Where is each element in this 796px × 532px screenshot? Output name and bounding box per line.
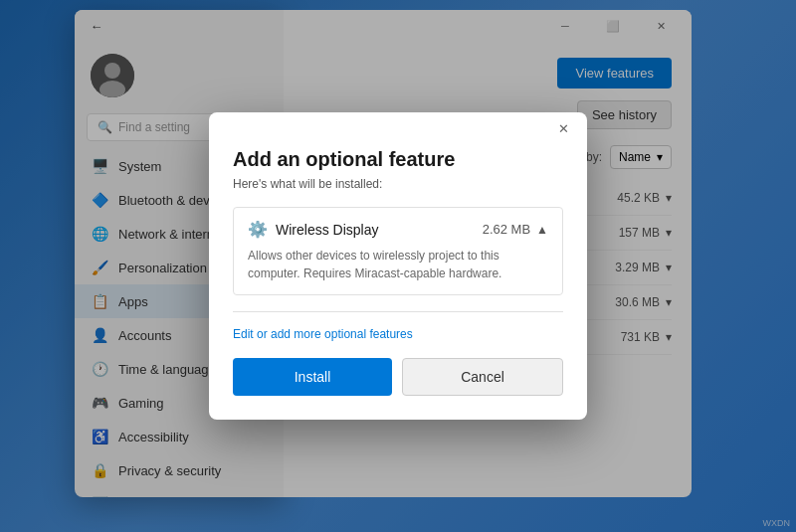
install-button[interactable]: Install (233, 358, 392, 396)
add-feature-modal: ✕ Add an optional feature Here's what wi… (209, 112, 587, 420)
feature-name: Wireless Display (276, 222, 378, 238)
modal-overlay: ✕ Add an optional feature Here's what wi… (0, 0, 796, 532)
modal-title: Add an optional feature (233, 148, 563, 171)
feature-size-wrap: 2.62 MB ▲ (483, 222, 548, 237)
feature-size: 2.62 MB (483, 222, 530, 237)
feature-name-wrap: ⚙️ Wireless Display (248, 220, 378, 239)
modal-body: Add an optional feature Here's what will… (209, 144, 587, 420)
feature-description: Allows other devices to wirelessly proje… (248, 247, 548, 282)
divider (233, 311, 563, 312)
modal-titlebar: ✕ (209, 112, 587, 144)
feature-item: ⚙️ Wireless Display 2.62 MB ▲ Allows oth… (233, 207, 563, 295)
modal-close-button[interactable]: ✕ (547, 112, 579, 144)
modal-subtitle: Here's what will be installed: (233, 177, 563, 191)
display-icon: ⚙️ (248, 220, 268, 239)
feature-header: ⚙️ Wireless Display 2.62 MB ▲ (248, 220, 548, 239)
edit-features-link[interactable]: Edit or add more optional features (233, 327, 413, 341)
desktop: ← 🔍 Find a setting 🖥️ System 🔷 Blu (0, 0, 796, 532)
chevron-up-icon: ▲ (536, 223, 548, 237)
modal-footer: Install Cancel (233, 358, 563, 396)
cancel-button[interactable]: Cancel (402, 358, 563, 396)
